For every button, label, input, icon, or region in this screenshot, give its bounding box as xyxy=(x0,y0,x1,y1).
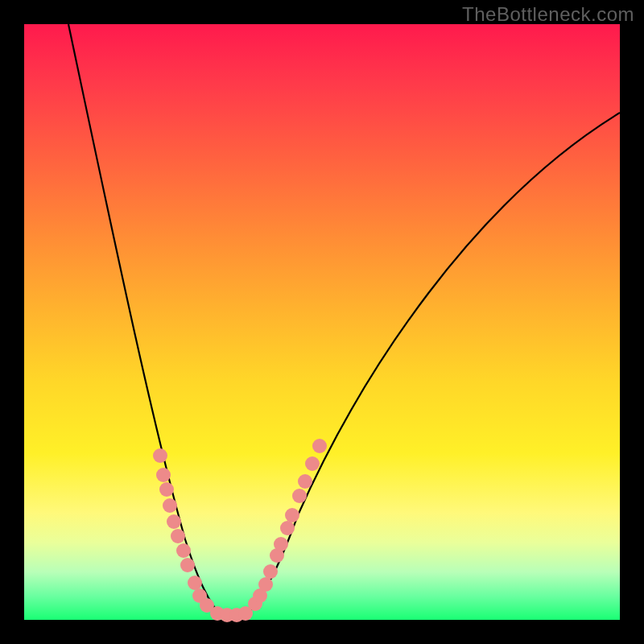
data-point xyxy=(258,577,273,592)
data-point xyxy=(156,468,171,482)
data-point xyxy=(298,474,312,489)
plot-area xyxy=(24,24,620,620)
bottleneck-curve xyxy=(68,24,620,620)
watermark-text: TheBottleneck.com xyxy=(462,3,634,26)
data-point xyxy=(280,521,295,535)
chart-frame: TheBottleneck.com xyxy=(0,0,644,644)
data-point xyxy=(285,508,299,522)
data-point xyxy=(305,456,320,471)
curve-svg xyxy=(24,24,620,620)
data-point xyxy=(274,537,288,551)
data-point xyxy=(171,529,185,543)
data-point xyxy=(312,439,327,453)
data-point xyxy=(159,482,174,497)
data-point xyxy=(153,448,167,463)
data-point xyxy=(263,564,278,579)
data-point xyxy=(163,498,177,513)
data-point xyxy=(292,489,307,503)
data-point xyxy=(180,558,195,572)
data-point xyxy=(176,543,191,558)
data-point xyxy=(167,514,181,529)
